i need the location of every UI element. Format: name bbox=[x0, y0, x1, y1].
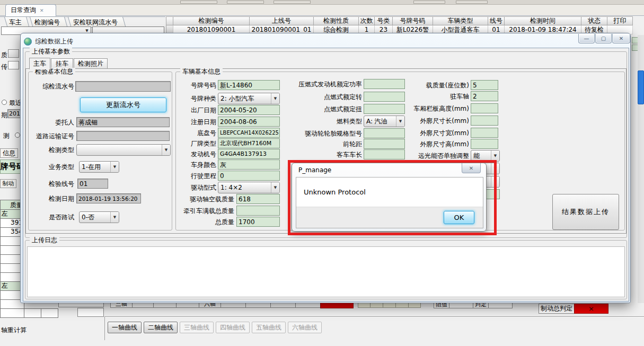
col-header[interactable]: 状态 bbox=[581, 16, 607, 25]
col-header[interactable]: 号类 bbox=[375, 16, 393, 25]
field-label: 检测类型 bbox=[30, 146, 74, 154]
col-header[interactable]: 检测编号 bbox=[173, 16, 250, 25]
dropdown-arrow-icon[interactable]: ▼ bbox=[271, 182, 279, 193]
chassis-number-field[interactable]: LBEPCCAH14X026225 bbox=[218, 128, 280, 138]
col-header[interactable]: 打印 bbox=[607, 16, 633, 25]
serial-field[interactable] bbox=[75, 81, 171, 92]
body-color-field[interactable]: 灰 bbox=[218, 159, 280, 170]
field-label: 外廓尺寸宽(mm) bbox=[399, 129, 469, 137]
result-upload-button[interactable]: 结果数据上传 bbox=[552, 194, 619, 230]
tab-brake-fragment[interactable]: 制动 bbox=[0, 179, 16, 188]
highbeam-adjustable-combo[interactable]: 能 ▼ bbox=[471, 150, 500, 162]
outline-width-field[interactable] bbox=[471, 128, 498, 138]
col-header[interactable]: 车辆类型 bbox=[433, 16, 488, 25]
close-button[interactable]: ✕ bbox=[612, 34, 630, 43]
error-footer: OK bbox=[296, 207, 483, 228]
field-label: 驻车轴 bbox=[399, 93, 469, 100]
total-mass-field[interactable]: 1700 bbox=[236, 217, 280, 227]
scrollbar-thumb[interactable] bbox=[638, 70, 644, 104]
close-icon: ✕ bbox=[619, 36, 623, 41]
table-cell-fragment bbox=[77, 308, 104, 317]
client-name-field[interactable]: 蒋成钿 bbox=[76, 117, 170, 127]
upload-log-textarea[interactable] bbox=[27, 246, 625, 297]
dropdown-arrow-icon[interactable]: ▼ bbox=[491, 163, 499, 174]
manufacture-date-field[interactable]: 2004-05-20 bbox=[218, 105, 280, 115]
tab-photos[interactable]: 检测照片 bbox=[74, 58, 108, 69]
subtab-safety-serial[interactable]: 安检联网流水号 bbox=[68, 17, 123, 28]
field-label: 出厂日期 bbox=[178, 107, 216, 114]
toolbar-fragment bbox=[456, 1, 488, 4]
field-label: 检测日期 bbox=[30, 195, 74, 202]
tab-info-fragment[interactable]: 信息 bbox=[0, 148, 18, 158]
field-label: 号牌号码 bbox=[178, 82, 216, 89]
clipped-label: 质 bbox=[1, 51, 7, 60]
tab-daily-query[interactable]: 日常查询 ✕ bbox=[5, 4, 56, 16]
subtab-owner[interactable]: 车主 bbox=[4, 17, 27, 28]
update-serial-button[interactable]: 更新流水号 bbox=[80, 97, 166, 112]
outline-length-field[interactable] bbox=[471, 116, 498, 126]
field-label: 发动机号 bbox=[178, 150, 216, 158]
road-test-combo[interactable]: 0-否 ▼ bbox=[79, 211, 119, 223]
col-header[interactable]: 检测性质 bbox=[314, 16, 359, 25]
selector-column-header bbox=[166, 16, 173, 25]
subtab-inspect-no[interactable]: 检测编号 bbox=[30, 17, 65, 28]
dropdown-arrow-icon[interactable]: ▼ bbox=[491, 150, 499, 161]
radio-fragment[interactable] bbox=[15, 132, 20, 138]
error-close-button[interactable]: ✕ bbox=[462, 163, 481, 173]
inspect-date-field[interactable]: 2018-01-19 13:56:20 bbox=[76, 193, 141, 203]
drive-axle-empty-mass-field[interactable]: 618 bbox=[236, 194, 280, 204]
col-header[interactable]: 线号 bbox=[488, 16, 505, 25]
axis-curve-button-2[interactable]: 二轴曲线 bbox=[144, 322, 178, 333]
dropdown-arrow-icon[interactable]: ▼ bbox=[271, 93, 279, 104]
drive-type-combo[interactable]: 1: 4×2 ▼ bbox=[218, 182, 280, 193]
dropdown-arrow-icon[interactable]: ▼ bbox=[491, 176, 499, 187]
mileage-field[interactable]: 0 bbox=[218, 171, 280, 181]
group-title: 上传日志 bbox=[30, 236, 59, 244]
weight-cell bbox=[24, 308, 41, 318]
brand-model-field[interactable]: 北京现代BH7160M bbox=[218, 138, 280, 148]
road-transport-cert-field[interactable] bbox=[76, 131, 170, 141]
field-label: 注册日期 bbox=[178, 118, 216, 126]
plate-category-combo[interactable]: 2: 小型汽车 ▼ bbox=[218, 93, 280, 104]
tractor-full-mass-field[interactable] bbox=[236, 206, 280, 216]
field-label: 厂牌类型 bbox=[178, 140, 216, 147]
clipped-date-field[interactable]: 201 bbox=[7, 109, 21, 118]
maximize-button[interactable]: ▢ bbox=[595, 34, 612, 43]
axis-curve-button-6: 六轴曲线 bbox=[288, 322, 322, 333]
engine-number-field[interactable]: G4GA4B137913 bbox=[218, 149, 280, 159]
field-label: 点燃式额定扭 bbox=[288, 105, 362, 113]
error-message: Unknown Protocol bbox=[304, 188, 366, 196]
col-header[interactable]: 号牌号码 bbox=[393, 16, 433, 25]
tab-trailer[interactable]: 挂车 bbox=[51, 58, 73, 69]
field-label: 前轮距 bbox=[288, 140, 362, 148]
close-tab-icon[interactable]: ✕ bbox=[40, 8, 44, 13]
inspect-type-combo[interactable]: ▼ bbox=[76, 144, 171, 156]
dropdown-arrow-icon[interactable]: ▼ bbox=[110, 212, 119, 223]
business-type-combo[interactable]: 1-在用 ▼ bbox=[79, 161, 119, 173]
load-mass-seats-field[interactable]: 5 bbox=[471, 80, 498, 90]
tab-main-vehicle[interactable]: 主车 bbox=[29, 58, 50, 69]
col-header[interactable]: 上线号 bbox=[250, 16, 314, 25]
axis-curve-button-1[interactable]: 一轴曲线 bbox=[108, 322, 142, 333]
col-header[interactable]: 检测时间 bbox=[505, 16, 581, 25]
axle-weight-calc-label: 轴重计算 bbox=[1, 326, 27, 335]
field-label: 外廓尺寸长(mm) bbox=[399, 117, 469, 125]
dropdown-arrow-icon[interactable]: ▼ bbox=[110, 162, 119, 172]
plate-number-field[interactable]: 新L-14860 bbox=[218, 80, 280, 90]
register-date-field[interactable]: 2004-08-06 bbox=[218, 117, 280, 127]
field-label: 压燃式发动机额定功率 bbox=[288, 81, 362, 88]
inspect-lane-field[interactable]: 01 bbox=[77, 179, 108, 189]
field-label: 车身颜色 bbox=[178, 161, 216, 168]
dropdown-arrow-icon[interactable]: ▼ bbox=[83, 29, 91, 33]
clipped-toolbar bbox=[0, 0, 644, 5]
minimize-button[interactable]: — bbox=[578, 34, 595, 43]
dropdown-arrow-icon[interactable]: ▼ bbox=[162, 145, 170, 155]
parking-axle-field[interactable]: 2 bbox=[471, 91, 498, 101]
board-height-field[interactable] bbox=[471, 103, 498, 113]
dialog-titlebar[interactable]: 综检数据上传 bbox=[24, 36, 73, 47]
outline-height-field[interactable] bbox=[471, 139, 498, 149]
ok-button[interactable]: OK bbox=[444, 211, 474, 224]
col-header[interactable]: 次数 bbox=[359, 16, 375, 25]
toolbar-fragment bbox=[274, 1, 311, 4]
radio-recent[interactable] bbox=[2, 100, 7, 105]
